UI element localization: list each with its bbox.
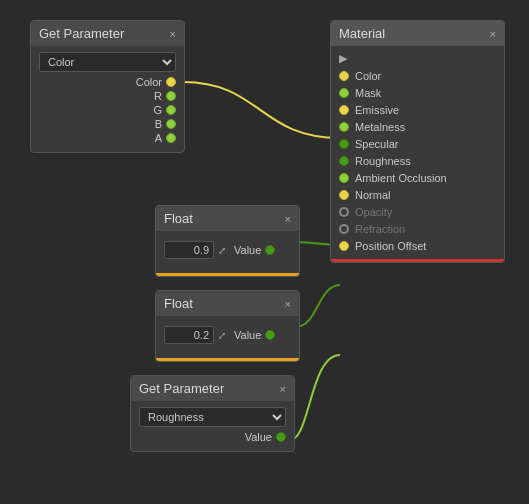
material-port-refraction: Refraction (339, 222, 496, 236)
node-header-float-1: Float × (156, 206, 299, 231)
material-port-metalness: Metalness (339, 120, 496, 134)
material-port-normal: Normal (339, 188, 496, 202)
port-dot-float-1-value[interactable] (265, 245, 275, 255)
get-parameter-node-1: Get Parameter × Color Roughness Normal C… (30, 20, 185, 153)
float-2-input[interactable] (164, 326, 214, 344)
port-label-float-1-value: Value (234, 244, 261, 256)
material-label-opacity: Opacity (355, 206, 392, 218)
port-row-r: R (39, 90, 176, 102)
material-label-roughness: Roughness (355, 155, 411, 167)
material-label-color: Color (355, 70, 381, 82)
material-label-ao: Ambient Occlusion (355, 172, 447, 184)
port-label-r: R (154, 90, 162, 102)
node-header-get-param-2: Get Parameter × (131, 376, 294, 401)
material-port-ao: Ambient Occlusion (339, 171, 496, 185)
material-dot-roughness[interactable] (339, 156, 349, 166)
close-button-get-param-2[interactable]: × (280, 383, 286, 395)
material-dot-specular[interactable] (339, 139, 349, 149)
node-body-get-param-1: Color Roughness Normal Color R G B A (31, 46, 184, 152)
material-label-position-offset: Position Offset (355, 240, 426, 252)
port-dot-float-2-value[interactable] (265, 330, 275, 340)
node-title-float-2: Float (164, 296, 193, 311)
node-header-material: Material × (331, 21, 504, 46)
close-button-float-2[interactable]: × (285, 298, 291, 310)
port-row-g: G (39, 104, 176, 116)
node-header-float-2: Float × (156, 291, 299, 316)
material-port-position-offset: Position Offset (339, 239, 496, 253)
material-dot-position-offset[interactable] (339, 241, 349, 251)
expand-icon-float-2[interactable]: ⤢ (218, 330, 226, 341)
material-dot-opacity[interactable] (339, 207, 349, 217)
port-label-float-2-value: Value (234, 329, 261, 341)
material-dot-normal[interactable] (339, 190, 349, 200)
material-label-specular: Specular (355, 138, 398, 150)
close-button-get-param-1[interactable]: × (170, 28, 176, 40)
material-dot-ao[interactable] (339, 173, 349, 183)
port-row-b: B (39, 118, 176, 130)
port-row-a: A (39, 132, 176, 144)
material-dot-color[interactable] (339, 71, 349, 81)
material-dot-mask[interactable] (339, 88, 349, 98)
material-dot-emissive[interactable] (339, 105, 349, 115)
float-2-accent (156, 358, 299, 361)
float-1-input[interactable] (164, 241, 214, 259)
get-param-2-dropdown[interactable]: Roughness Color Normal (139, 407, 286, 427)
float-1-input-row: ⤢ Value (164, 241, 291, 259)
node-title-get-param-1: Get Parameter (39, 26, 124, 41)
material-port-specular: Specular (339, 137, 496, 151)
material-label-emissive: Emissive (355, 104, 399, 116)
node-body-float-2: ⤢ Value (156, 316, 299, 354)
node-title-material: Material (339, 26, 385, 41)
float-2-input-row: ⤢ Value (164, 326, 291, 344)
port-dot-r[interactable] (166, 91, 176, 101)
node-body-material: ▶ Color Mask Emissive Metalness Specular… (331, 46, 504, 262)
port-label-g: G (153, 104, 162, 116)
port-dot-color[interactable] (166, 77, 176, 87)
play-icon-material[interactable]: ▶ (339, 52, 496, 65)
material-port-mask: Mask (339, 86, 496, 100)
material-label-refraction: Refraction (355, 223, 405, 235)
get-param-1-dropdown[interactable]: Color Roughness Normal (39, 52, 176, 72)
port-label-b: B (155, 118, 162, 130)
port-dot-g[interactable] (166, 105, 176, 115)
node-title-get-param-2: Get Parameter (139, 381, 224, 396)
port-dot-b[interactable] (166, 119, 176, 129)
material-node: Material × ▶ Color Mask Emissive Metalne… (330, 20, 505, 263)
material-dot-refraction[interactable] (339, 224, 349, 234)
get-parameter-node-2: Get Parameter × Roughness Color Normal V… (130, 375, 295, 452)
node-body-float-1: ⤢ Value (156, 231, 299, 269)
expand-icon-float-1[interactable]: ⤢ (218, 245, 226, 256)
port-row-color: Color (39, 76, 176, 88)
material-label-metalness: Metalness (355, 121, 405, 133)
float-node-2: Float × ⤢ Value (155, 290, 300, 362)
float-1-accent (156, 273, 299, 276)
port-dot-a[interactable] (166, 133, 176, 143)
close-button-material[interactable]: × (490, 28, 496, 40)
port-label-color: Color (136, 76, 162, 88)
material-port-emissive: Emissive (339, 103, 496, 117)
close-button-float-1[interactable]: × (285, 213, 291, 225)
port-label-a: A (155, 132, 162, 144)
material-port-color: Color (339, 69, 496, 83)
port-label-get-param-2-value: Value (245, 431, 272, 443)
material-port-roughness: Roughness (339, 154, 496, 168)
material-red-bar (331, 259, 504, 262)
material-dot-metalness[interactable] (339, 122, 349, 132)
node-header-get-param-1: Get Parameter × (31, 21, 184, 46)
material-label-mask: Mask (355, 87, 381, 99)
port-dot-get-param-2-value[interactable] (276, 432, 286, 442)
node-title-float-1: Float (164, 211, 193, 226)
port-row-get-param-2-value: Value (139, 431, 286, 443)
node-body-get-param-2: Roughness Color Normal Value (131, 401, 294, 451)
material-label-normal: Normal (355, 189, 390, 201)
material-port-opacity: Opacity (339, 205, 496, 219)
float-node-1: Float × ⤢ Value (155, 205, 300, 277)
